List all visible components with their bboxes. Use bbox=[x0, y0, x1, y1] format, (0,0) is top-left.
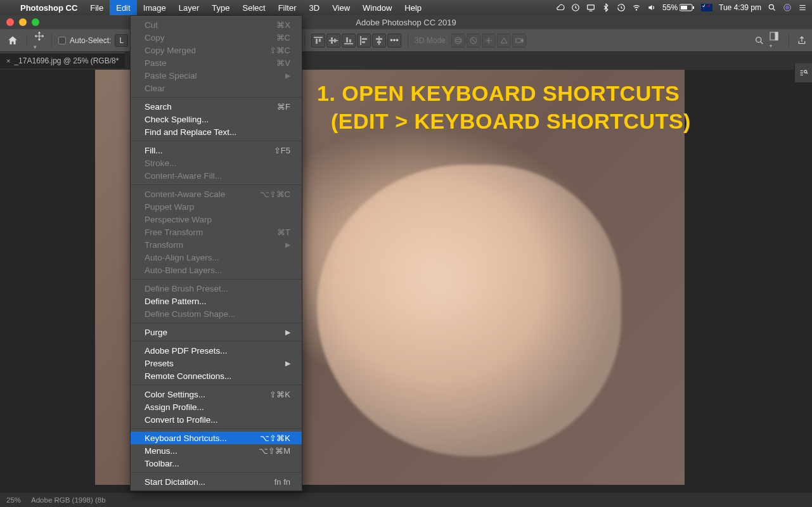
menu-item-shortcut: fn fn bbox=[274, 477, 290, 487]
svg-rect-19 bbox=[360, 36, 361, 45]
close-tab-icon[interactable]: × bbox=[6, 57, 10, 65]
menu-item-label: Start Dictation... bbox=[145, 477, 274, 487]
menu-window[interactable]: Window bbox=[356, 0, 398, 15]
auto-select-label: Auto-Select: bbox=[70, 36, 111, 45]
menu-item-shortcut: ⌥⇧⌘M bbox=[259, 446, 290, 456]
threed-pan-button[interactable] bbox=[482, 34, 496, 48]
menu-item-label: Auto-Align Layers... bbox=[145, 253, 290, 262]
annotation-overlay: 1. OPEN KEYBOARD SHORTCUTS (EDIT > KEYBO… bbox=[317, 79, 691, 135]
cloud-icon[interactable] bbox=[556, 3, 565, 12]
auto-select-dropdown[interactable]: L bbox=[115, 34, 128, 47]
menu-item-convert-to-profile[interactable]: Convert to Profile... bbox=[131, 413, 302, 426]
bluetooth-icon[interactable] bbox=[602, 3, 610, 12]
menu-file[interactable]: File bbox=[84, 0, 110, 15]
submenu-arrow-icon: ▶ bbox=[285, 72, 290, 80]
home-button[interactable] bbox=[5, 33, 20, 48]
clock[interactable]: Tue 4:39 pm bbox=[719, 3, 761, 12]
menu-item-label: Stroke... bbox=[145, 158, 290, 168]
align-hcenter-button[interactable] bbox=[372, 34, 386, 48]
flag-icon[interactable] bbox=[701, 4, 712, 11]
properties-panel-toggle[interactable] bbox=[794, 63, 812, 82]
menu-item-check-spelling[interactable]: Check Spelling... bbox=[131, 113, 302, 125]
align-vcenter-button[interactable] bbox=[326, 34, 340, 48]
spotlight-icon[interactable] bbox=[768, 3, 777, 12]
menu-item-purge[interactable]: Purge▶ bbox=[131, 326, 302, 338]
menu-item-shortcut: ⌥⇧⌘C bbox=[260, 189, 290, 199]
menu-edit[interactable]: Edit bbox=[110, 0, 136, 15]
menu-3d[interactable]: 3D bbox=[303, 0, 326, 15]
menu-type[interactable]: Type bbox=[205, 0, 236, 15]
align-top-button[interactable] bbox=[311, 34, 325, 48]
color-profile-info: Adobe RGB (1998) (8b bbox=[31, 496, 106, 504]
menu-item-shortcut: ⌘X bbox=[276, 20, 290, 30]
volume-icon[interactable] bbox=[647, 3, 656, 12]
document-tabs: × _17A1696.jpg @ 25% (RGB/8* bbox=[0, 52, 812, 68]
align-left-button[interactable] bbox=[357, 34, 371, 48]
svg-point-9 bbox=[785, 6, 789, 10]
menu-item-label: Keyboard Shortcuts... bbox=[145, 433, 260, 443]
svg-rect-23 bbox=[376, 38, 382, 40]
menu-item-fill[interactable]: Fill...⇧F5 bbox=[131, 144, 302, 157]
menu-item-color-settings[interactable]: Color Settings...⇧⌘K bbox=[131, 388, 302, 401]
svg-rect-5 bbox=[693, 6, 694, 9]
threed-roll-button[interactable] bbox=[467, 34, 480, 48]
zoom-level[interactable]: 25% bbox=[6, 496, 21, 504]
threed-slide-button[interactable] bbox=[497, 34, 511, 48]
menu-item-remote-connections[interactable]: Remote Connections... bbox=[131, 369, 302, 382]
battery-indicator[interactable]: 55% bbox=[662, 3, 695, 12]
svg-rect-18 bbox=[349, 39, 351, 42]
workspace-switcher-button[interactable]: ▾ bbox=[770, 32, 781, 49]
menu-divider bbox=[131, 279, 302, 279]
document-tab[interactable]: × _17A1696.jpg @ 25% (RGB/8* bbox=[0, 53, 125, 68]
submenu-arrow-icon: ▶ bbox=[285, 241, 290, 249]
wifi-icon[interactable] bbox=[632, 3, 641, 12]
notifications-icon[interactable] bbox=[798, 3, 807, 12]
menu-item-adobe-pdf-presets[interactable]: Adobe PDF Presets... bbox=[131, 344, 302, 357]
menu-image[interactable]: Image bbox=[137, 0, 172, 15]
menu-item-search[interactable]: Search⌘F bbox=[131, 100, 302, 113]
display-icon[interactable] bbox=[586, 3, 595, 12]
menu-item-find-and-replace-text[interactable]: Find and Replace Text... bbox=[131, 125, 302, 138]
threed-zoom-button[interactable] bbox=[512, 34, 526, 48]
menu-item-assign-profile[interactable]: Assign Profile... bbox=[131, 401, 302, 413]
threed-button-group bbox=[451, 34, 526, 48]
app-name[interactable]: Photoshop CC bbox=[14, 3, 84, 13]
move-tool-icon[interactable]: ▾ bbox=[34, 30, 45, 51]
menu-view[interactable]: View bbox=[326, 0, 356, 15]
siri-sync-icon[interactable] bbox=[571, 3, 580, 12]
svg-rect-28 bbox=[516, 39, 521, 42]
menu-layer[interactable]: Layer bbox=[172, 0, 206, 15]
menu-item-label: Puppet Warp bbox=[145, 202, 290, 212]
align-more-button[interactable]: ••• bbox=[387, 34, 401, 48]
menu-item-content-aware-fill: Content-Aware Fill... bbox=[131, 169, 302, 182]
siri-icon[interactable] bbox=[783, 3, 792, 12]
menu-divider bbox=[131, 428, 302, 429]
svg-rect-12 bbox=[319, 39, 321, 42]
menu-item-presets[interactable]: Presets▶ bbox=[131, 357, 302, 369]
menu-item-start-dictation[interactable]: Start Dictation...fn fn bbox=[131, 475, 302, 488]
menu-divider bbox=[131, 341, 302, 342]
auto-select-checkbox[interactable] bbox=[58, 37, 66, 44]
menu-item-perspective-warp: Perspective Warp bbox=[131, 213, 302, 226]
menu-item-label: Assign Profile... bbox=[145, 402, 290, 412]
menu-item-define-pattern[interactable]: Define Pattern... bbox=[131, 295, 302, 307]
svg-rect-24 bbox=[377, 41, 381, 43]
menu-item-keyboard-shortcuts[interactable]: Keyboard Shortcuts...⌥⇧⌘K bbox=[131, 432, 302, 444]
share-button[interactable] bbox=[797, 35, 807, 46]
submenu-arrow-icon: ▶ bbox=[285, 359, 290, 368]
align-bottom-button[interactable] bbox=[342, 34, 356, 48]
search-icon[interactable] bbox=[754, 35, 764, 46]
menu-item-label: Content-Aware Scale bbox=[145, 189, 260, 199]
timemachine-icon[interactable] bbox=[617, 3, 626, 12]
menu-divider bbox=[131, 385, 302, 385]
menu-help[interactable]: Help bbox=[398, 0, 428, 15]
menu-select[interactable]: Select bbox=[236, 0, 271, 15]
menu-item-define-brush-preset: Define Brush Preset... bbox=[131, 282, 302, 295]
threed-orbit-button[interactable] bbox=[451, 34, 465, 48]
menu-item-free-transform: Free Transform⌘T bbox=[131, 226, 302, 238]
menu-item-menus[interactable]: Menus...⌥⇧⌘M bbox=[131, 444, 302, 457]
menu-filter[interactable]: Filter bbox=[272, 0, 303, 15]
svg-rect-20 bbox=[362, 38, 367, 40]
menu-item-toolbar[interactable]: Toolbar... bbox=[131, 457, 302, 470]
menu-item-shortcut: ⇧F5 bbox=[274, 146, 290, 155]
